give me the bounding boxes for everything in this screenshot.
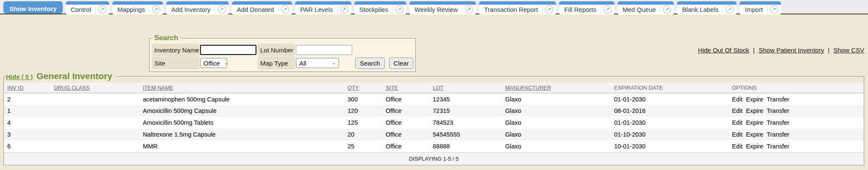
col-header-manufacturer[interactable]: MANUFACTURER	[502, 83, 611, 93]
tab-add-donated[interactable]: Add Donated ↗	[232, 1, 292, 14]
site-label: Site	[152, 57, 199, 69]
table-row: 6 MMR 25 Office 88888 Glaxo 10-01-2030 E…	[4, 140, 864, 152]
edit-link[interactable]: Edit	[732, 119, 743, 126]
tab-divider	[215, 6, 215, 13]
paging-status: DISPLAYING 1-5 / 5	[4, 152, 864, 165]
tab-label: Add Donated	[237, 6, 274, 13]
tab-mappings[interactable]: Mappings ↗	[112, 1, 163, 14]
tab-label: PAR Levels	[300, 6, 333, 13]
tab-transaction-report[interactable]: Transaction Report ↗	[479, 1, 556, 14]
inventory-name-input[interactable]	[200, 45, 256, 55]
tab-divider	[601, 6, 601, 13]
hide-section-link[interactable]: Hide ( 5 )	[6, 73, 33, 80]
edit-link[interactable]: Edit	[732, 131, 743, 138]
transfer-link[interactable]: Transfer	[767, 143, 789, 150]
open-new-window-icon[interactable]: ↗	[340, 5, 348, 14]
tab-show-inventory[interactable]: Show Inventory	[3, 1, 63, 14]
clear-button[interactable]: Clear	[389, 58, 414, 69]
table-header-row: INV ID DRUG CLASS ITEM NAME QTY SITE LOT…	[4, 83, 864, 93]
col-header-drug-class[interactable]: DRUG CLASS	[50, 83, 139, 93]
cell-inv-id: 4	[4, 117, 50, 129]
col-header-expiration-date: EXPIRATION DATE	[611, 83, 729, 93]
hide-out-of-stock-link[interactable]: Hide Out Of Stock	[698, 47, 749, 54]
open-new-window-icon[interactable]: ↗	[281, 5, 289, 14]
open-new-window-icon[interactable]: ↗	[545, 5, 553, 14]
cell-inv-id: 3	[4, 129, 50, 140]
tab-divider	[767, 6, 768, 13]
top-nav: Show Inventory Control ↗ Mappings ↗ Add …	[0, 0, 868, 14]
edit-link[interactable]: Edit	[732, 107, 743, 114]
open-new-window-icon[interactable]: ↗	[663, 5, 671, 14]
cell-drug-class	[50, 129, 139, 140]
open-new-window-icon[interactable]: ↗	[98, 5, 106, 14]
open-new-window-icon[interactable]: ↗	[604, 5, 612, 14]
expire-link[interactable]: Expire	[746, 96, 763, 103]
expire-link[interactable]: Expire	[746, 143, 763, 150]
section-title: General Inventory	[36, 71, 112, 81]
cell-item-name: MMR	[139, 140, 344, 152]
link-separator: |	[753, 47, 755, 54]
tab-weekly-review[interactable]: Weekly Review ↗	[409, 1, 476, 14]
tab-par-levels[interactable]: PAR Levels ↗	[295, 1, 351, 14]
tab-med-queue[interactable]: Med Queue ↗	[618, 1, 674, 14]
edit-link[interactable]: Edit	[732, 143, 743, 150]
cell-drug-class	[50, 117, 139, 129]
tab-cap	[559, 1, 615, 5]
tab-label: Mappings	[117, 6, 145, 13]
tab-blank-labels[interactable]: Blank Labels ↗	[677, 1, 737, 14]
col-header-lot[interactable]: LOT	[429, 83, 502, 93]
cell-options: Edit Expire Transfer	[729, 117, 864, 129]
cell-manufacturer: Glaxo	[502, 105, 611, 117]
cell-item-name: Amoxicillin 500mg Tablets	[139, 117, 344, 129]
transfer-link[interactable]: Transfer	[767, 119, 789, 126]
expire-link[interactable]: Expire	[746, 119, 763, 126]
tab-label: Control	[71, 6, 91, 13]
tab-label: Weekly Review	[415, 6, 458, 13]
cell-expiration: 01-10-2030	[611, 129, 729, 140]
inventory-name-cell	[199, 44, 258, 56]
tab-divider	[392, 6, 393, 13]
cell-site: Office	[382, 140, 429, 152]
tab-cap	[112, 1, 163, 5]
open-new-window-icon[interactable]: ↗	[726, 5, 734, 14]
show-csv-link[interactable]: Show CSV	[833, 47, 864, 54]
tab-label: Blank Labels	[682, 6, 718, 13]
transfer-link[interactable]: Transfer	[767, 107, 789, 114]
show-patient-inventory-link[interactable]: Show Patient Inventory	[759, 47, 824, 54]
expire-link[interactable]: Expire	[746, 107, 763, 114]
cell-drug-class	[50, 140, 139, 152]
cell-qty: 25	[344, 140, 382, 152]
map-type-select[interactable]: All ⌄	[296, 58, 339, 68]
tab-cap	[479, 1, 556, 5]
col-header-item-name[interactable]: ITEM NAME	[139, 83, 344, 93]
table-row: 2 acetaminophen 500mg Capsule 300 Office…	[4, 93, 864, 105]
site-select[interactable]: Office ⌄	[200, 58, 227, 68]
tab-fill-reports[interactable]: Fill Reports ↗	[559, 1, 615, 14]
tab-control[interactable]: Control ↗	[66, 1, 109, 14]
tab-add-inventory[interactable]: Add Inventory ↗	[166, 1, 229, 14]
expire-link[interactable]: Expire	[746, 131, 763, 138]
open-new-window-icon[interactable]: ↗	[152, 5, 160, 14]
transfer-link[interactable]: Transfer	[767, 96, 789, 103]
open-new-window-icon[interactable]: ↗	[395, 5, 403, 14]
edit-link[interactable]: Edit	[732, 96, 743, 103]
tab-divider	[278, 6, 278, 13]
open-new-window-icon[interactable]: ↗	[770, 5, 778, 14]
col-header-qty[interactable]: QTY	[344, 83, 382, 93]
tab-import[interactable]: Import ↗	[740, 1, 781, 14]
general-inventory-legend: Hide ( 5 ) General Inventory	[5, 71, 115, 81]
search-button[interactable]: Search	[355, 58, 385, 69]
transfer-link[interactable]: Transfer	[767, 131, 789, 138]
col-header-inv-id[interactable]: INV ID	[4, 83, 50, 93]
lot-number-cell	[295, 44, 413, 56]
lot-number-input[interactable]	[296, 45, 352, 55]
cell-expiration: 01-01-2030	[611, 117, 729, 129]
open-new-window-icon[interactable]: ↗	[465, 5, 473, 14]
tab-label: Stockpiles	[359, 6, 388, 13]
inventory-table: INV ID DRUG CLASS ITEM NAME QTY SITE LOT…	[4, 83, 864, 165]
table-row: 4 Amoxicillin 500mg Tablets 125 Office 7…	[4, 117, 864, 129]
open-new-window-icon[interactable]: ↗	[218, 5, 226, 14]
tab-label: Import	[745, 6, 763, 13]
col-header-site[interactable]: SITE	[382, 83, 429, 93]
tab-stockpiles[interactable]: Stockpiles ↗	[354, 1, 406, 14]
